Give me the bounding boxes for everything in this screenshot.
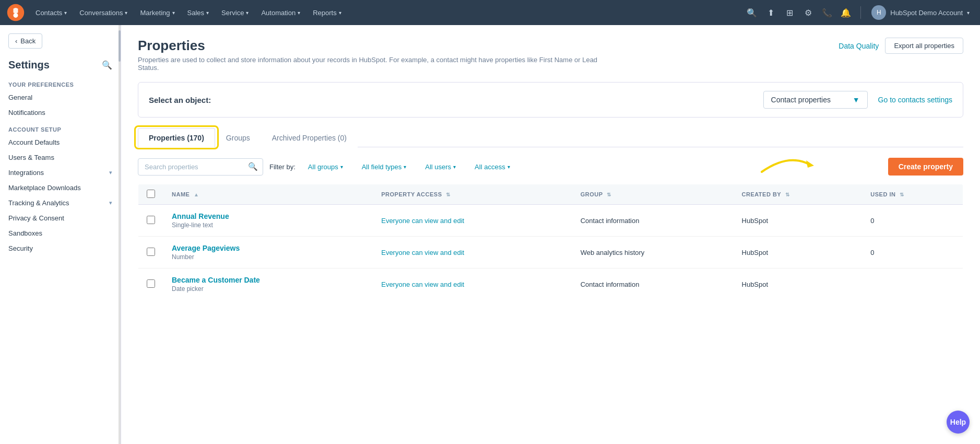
create-property-button[interactable]: Create property <box>888 158 963 176</box>
search-icon[interactable]: 🔍 <box>248 162 258 171</box>
nav-marketing[interactable]: Marketing ▾ <box>134 0 181 25</box>
data-quality-link[interactable]: Data Quality <box>839 42 879 50</box>
chevron-down-icon: ▾ <box>125 10 127 16</box>
sidebar-item-integrations[interactable]: Integrations ▾ <box>0 165 121 180</box>
chevron-down-icon: ▾ <box>246 10 249 16</box>
property-name-link[interactable]: Average Pageviews <box>172 244 364 252</box>
row-checkbox[interactable] <box>147 279 155 288</box>
row-name-cell: Average Pageviews Number <box>163 237 373 268</box>
nav-service[interactable]: Service ▾ <box>215 0 255 25</box>
nav-contacts[interactable]: Contacts ▾ <box>29 0 73 25</box>
help-button[interactable]: Help <box>947 411 970 434</box>
tab-properties[interactable]: Properties (170) <box>138 128 215 147</box>
sidebar-item-marketplace-downloads[interactable]: Marketplace Downloads <box>0 180 121 195</box>
chevron-down-icon: ▾ <box>172 10 175 16</box>
chevron-right-icon: ▾ <box>109 169 112 176</box>
property-name-link[interactable]: Became a Customer Date <box>172 276 364 284</box>
table-header-property-access[interactable]: PROPERTY ACCESS ⇅ <box>373 184 572 205</box>
back-button[interactable]: ‹ Back <box>8 33 42 49</box>
filter-all-field-types[interactable]: All field types ▾ <box>356 159 413 174</box>
sort-icon: ▲ <box>194 192 199 197</box>
hubspot-logo[interactable] <box>6 3 25 22</box>
sidebar-item-sandboxes[interactable]: Sandboxes <box>0 226 121 241</box>
property-type: Number <box>172 253 364 261</box>
row-checkbox-cell <box>138 268 164 300</box>
table-row: Annual Revenue Single-line text Everyone… <box>138 205 963 237</box>
yellow-arrow-icon <box>757 151 819 177</box>
sidebar-item-general[interactable]: General <box>0 90 121 105</box>
table-header-group[interactable]: GROUP ⇅ <box>572 184 734 205</box>
row-checkbox-cell <box>138 237 164 268</box>
select-object-right: Contact properties ▼ Go to contacts sett… <box>763 91 952 109</box>
sidebar-item-account-defaults[interactable]: Account Defaults <box>0 135 121 150</box>
table-header: NAME ▲ PROPERTY ACCESS ⇅ GROUP ⇅ CREATED… <box>138 184 963 205</box>
search-icon[interactable]: 🔍 <box>102 60 112 70</box>
sidebar-section-account-setup: Account Setup <box>0 120 121 135</box>
svg-marker-2 <box>806 160 814 168</box>
sidebar-item-security[interactable]: Security <box>0 241 121 256</box>
table-header-name[interactable]: NAME ▲ <box>163 184 373 205</box>
tab-archived-properties[interactable]: Archived Properties (0) <box>261 128 358 147</box>
row-group-cell: Contact information <box>572 268 734 300</box>
filter-all-access[interactable]: All access ▾ <box>468 159 516 174</box>
chevron-left-icon: ‹ <box>15 37 17 45</box>
search-input[interactable] <box>138 158 263 176</box>
scrollbar <box>119 25 121 444</box>
property-access[interactable]: Everyone can view and edit <box>381 249 464 256</box>
select-all-checkbox[interactable] <box>147 190 155 198</box>
sidebar: ‹ Back Settings 🔍 Your Preferences Gener… <box>0 25 121 444</box>
property-type: Single-line text <box>172 221 364 229</box>
marketplace-icon[interactable]: ⊞ <box>781 4 798 21</box>
property-access[interactable]: Everyone can view and edit <box>381 217 464 225</box>
upgrade-icon[interactable]: ⬆ <box>762 4 779 21</box>
svg-point-1 <box>14 13 18 18</box>
sidebar-item-users-teams[interactable]: Users & Teams <box>0 150 121 165</box>
row-created-by-cell: HubSpot <box>734 237 863 268</box>
toolbar-row: 🔍 Filter by: All groups ▾ All field type… <box>138 158 963 176</box>
nav-conversations[interactable]: Conversations ▾ <box>73 0 134 25</box>
nav-sales[interactable]: Sales ▾ <box>181 0 216 25</box>
scrollbar-thumb <box>119 30 121 62</box>
nav-reports[interactable]: Reports ▾ <box>306 0 348 25</box>
property-access[interactable]: Everyone can view and edit <box>381 281 464 288</box>
row-created-by-cell: HubSpot <box>734 205 863 237</box>
settings-icon[interactable]: ⚙ <box>800 4 817 21</box>
sort-icon: ⇅ <box>785 192 790 197</box>
chevron-down-icon: ▾ <box>298 10 300 16</box>
row-created-by-cell: HubSpot <box>734 268 863 300</box>
sidebar-item-privacy-consent[interactable]: Privacy & Consent <box>0 211 121 226</box>
chevron-down-icon: ▾ <box>340 164 343 170</box>
chevron-right-icon: ▾ <box>109 200 112 206</box>
property-name-link[interactable]: Annual Revenue <box>172 212 364 220</box>
sort-icon: ⇅ <box>607 192 611 197</box>
notifications-icon[interactable]: 🔔 <box>837 4 854 21</box>
table-header-used-in[interactable]: USED IN ⇅ <box>862 184 963 205</box>
chevron-down-icon: ▾ <box>453 164 456 170</box>
sidebar-item-notifications[interactable]: Notifications <box>0 105 121 120</box>
row-access-cell: Everyone can view and edit <box>373 237 572 268</box>
object-dropdown[interactable]: Contact properties ▼ <box>763 91 868 109</box>
nav-icons: 🔍 ⬆ ⊞ ⚙ 📞 🔔 H HubSpot Demo Account ▾ <box>743 4 974 21</box>
go-to-contacts-link[interactable]: Go to contacts settings <box>878 96 952 104</box>
filter-all-users[interactable]: All users ▾ <box>419 159 462 174</box>
table-body: Annual Revenue Single-line text Everyone… <box>138 205 963 300</box>
settings-title: Settings <box>8 59 50 71</box>
row-checkbox[interactable] <box>147 248 155 256</box>
settings-header: Settings 🔍 <box>0 53 121 75</box>
sidebar-item-tracking-analytics[interactable]: Tracking & Analytics ▾ <box>0 195 121 211</box>
account-menu[interactable]: H HubSpot Demo Account ▾ <box>867 5 974 20</box>
nav-automation[interactable]: Automation ▾ <box>255 0 306 25</box>
table-row: Became a Customer Date Date picker Every… <box>138 268 963 300</box>
page-description: Properties are used to collect and store… <box>138 56 608 72</box>
phone-icon[interactable]: 📞 <box>819 4 835 21</box>
tab-groups[interactable]: Groups <box>215 128 261 147</box>
search-icon[interactable]: 🔍 <box>743 4 760 21</box>
export-all-button[interactable]: Export all properties <box>885 38 963 54</box>
page-header-actions: Data Quality Export all properties <box>839 38 963 54</box>
properties-table: NAME ▲ PROPERTY ACCESS ⇅ GROUP ⇅ CREATED… <box>138 184 963 300</box>
filter-all-groups[interactable]: All groups ▾ <box>302 159 349 174</box>
row-checkbox[interactable] <box>147 216 155 224</box>
main-content: Properties Data Quality Export all prope… <box>121 25 980 444</box>
chevron-down-icon: ▾ <box>206 10 209 16</box>
table-header-created-by[interactable]: CREATED BY ⇅ <box>734 184 863 205</box>
